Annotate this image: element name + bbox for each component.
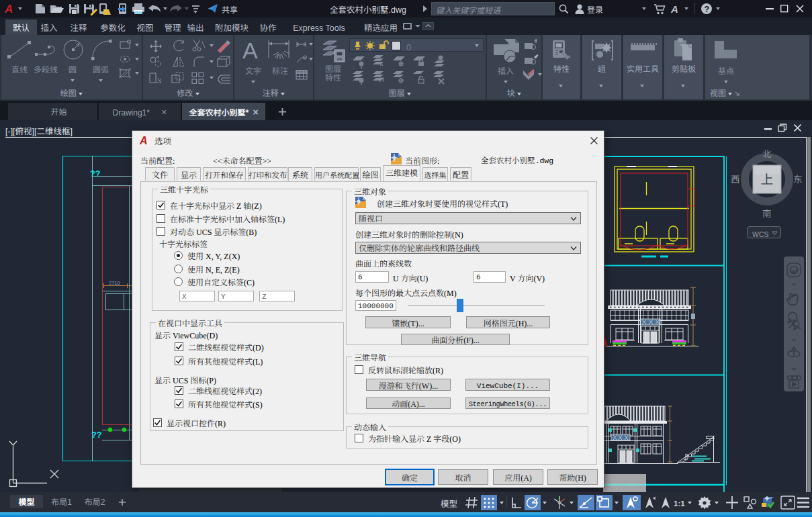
svg-text:??: ?? [91,430,102,440]
svg-text:A: A [670,3,678,15]
svg-text:??: ?? [90,169,101,179]
svg-text:东: 东 [793,172,803,185]
svg-text:?: ? [705,5,710,14]
svg-text:西: 西 [731,172,740,185]
svg-text:A: A [4,3,13,15]
svg-text:北: 北 [762,146,772,160]
svg-text:南: 南 [762,206,772,220]
svg-text:A: A [139,135,148,146]
svg-text:上: 上 [760,169,773,187]
svg-text:2710: 2710 [109,280,120,286]
svg-text:A: A [242,38,258,63]
